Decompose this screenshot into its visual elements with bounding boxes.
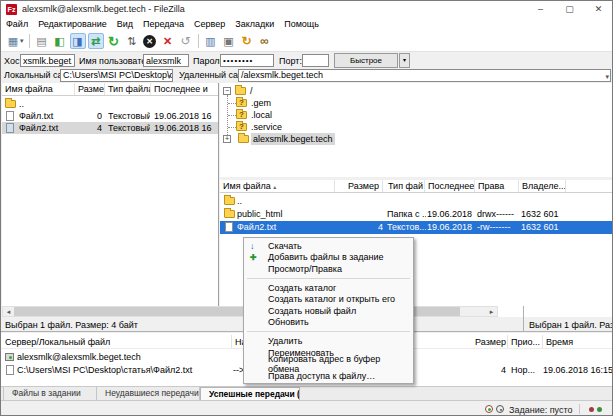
- filter-icon[interactable]: ▥: [203, 33, 219, 49]
- menu-item-create-directory[interactable]: Создать каталог: [244, 282, 413, 294]
- title-bar: Fz alexsmlk@alexsmlk.beget.tech - FileZi…: [1, 1, 612, 18]
- tree-expand-icon[interactable]: +: [223, 135, 231, 143]
- remote-col-perms[interactable]: Права: [475, 180, 519, 192]
- sync-browse-icon[interactable]: ↻: [239, 33, 255, 49]
- menu-item-view-edit[interactable]: Просмотр/Правка: [244, 263, 413, 275]
- remote-col-size[interactable]: Размер: [335, 180, 383, 192]
- menu-edit[interactable]: Редактирование: [33, 18, 112, 31]
- remote-row-name: Файл2.txt: [237, 221, 332, 234]
- disconnect-icon[interactable]: ✕: [160, 33, 176, 49]
- cancel-icon[interactable]: ✕: [142, 33, 158, 49]
- remote-row-folder[interactable]: public_html Папка с ... 19.06.2018 ... d…: [220, 208, 613, 220]
- local-row-size: 4: [75, 122, 102, 134]
- menu-item-create-directory-enter[interactable]: Создать каталог и открыть его: [244, 293, 413, 305]
- local-row-file-selected[interactable]: Файл2.txt 4 Текстовый ... 19.06.2018 16: [2, 122, 218, 134]
- password-input[interactable]: [220, 54, 274, 67]
- tree-item-label: alexsmlk.beget.tech: [251, 133, 335, 145]
- queue-col-size[interactable]: Размер: [459, 336, 506, 348]
- local-row-file[interactable]: Файл.txt 0 Текстовый ... 19.06.2018 16: [2, 110, 218, 122]
- local-site-combo-arrow-icon[interactable]: ▾: [167, 71, 171, 82]
- menu-server[interactable]: Сервер: [189, 18, 230, 31]
- tree-item-label: .gem: [249, 97, 273, 109]
- close-button[interactable]: ✕: [584, 1, 613, 18]
- maximize-button[interactable]: ▢: [555, 1, 584, 18]
- remote-site-combo[interactable]: /alexsmlk.beget.tech ▾: [238, 69, 611, 82]
- toggle-log-icon[interactable]: ▤: [34, 33, 50, 49]
- local-col-size[interactable]: Размер: [75, 83, 105, 95]
- queue-direction: -->: [233, 364, 243, 376]
- local-col-type[interactable]: Тип файла: [105, 83, 151, 95]
- remote-row-name: public_html: [237, 208, 332, 220]
- local-row-modified: 19.06.2018 16: [154, 122, 216, 134]
- file-icon: [225, 222, 233, 232]
- menu-bookmarks[interactable]: Закладки: [230, 18, 279, 31]
- tree-item-local[interactable]: ? .local: [220, 109, 613, 121]
- local-row-parent[interactable]: ..: [2, 98, 218, 110]
- host-input[interactable]: [20, 54, 75, 67]
- username-input[interactable]: [143, 54, 189, 67]
- folder-icon: [235, 87, 246, 95]
- remote-col-owner[interactable]: Владеле...: [519, 180, 566, 192]
- remote-col-type[interactable]: Тип фай: [385, 180, 425, 192]
- menu-item-label: Создать новый файл: [268, 306, 356, 316]
- refresh-icon[interactable]: ↻: [106, 33, 122, 49]
- menu-item-label: Удалить: [268, 336, 302, 346]
- remote-site-combo-arrow-icon[interactable]: ▾: [605, 71, 609, 82]
- remote-row-modified: 19.06.2018 ...: [427, 208, 475, 220]
- menu-item-delete[interactable]: Удалить: [244, 335, 413, 347]
- process-queue-icon[interactable]: ⇅: [124, 33, 140, 49]
- local-site-combo[interactable]: C:\Users\MSI PC\Desktop\статья\ ▾: [60, 69, 173, 82]
- tree-item-root[interactable]: − /: [220, 85, 613, 97]
- menu-file[interactable]: Файл: [1, 18, 33, 31]
- menu-item-copy-url[interactable]: Копировать адрес в буфер обмена: [244, 358, 413, 370]
- cancel-x-glyph: ✕: [143, 35, 156, 48]
- remote-col-name[interactable]: Имя файла ▴: [220, 180, 335, 192]
- port-input[interactable]: [302, 54, 329, 67]
- tree-item-gem[interactable]: ? .gem: [220, 97, 613, 109]
- scroll-right-icon[interactable]: ▸: [486, 307, 497, 316]
- remote-row-name: ..: [237, 195, 332, 207]
- menu-item-label: Создать каталог и открыть его: [268, 294, 395, 304]
- menu-item-download[interactable]: ↓ Скачать: [244, 240, 413, 252]
- menu-item-file-permissions[interactable]: Права доступа к файлу…: [244, 370, 413, 382]
- menu-item-create-file[interactable]: Создать новый файл: [244, 305, 413, 317]
- remote-row-file-selected[interactable]: Файл2.txt 4 Текстов... 19.06.2018 ... -r…: [220, 221, 613, 234]
- site-manager-dropdown-icon[interactable]: ▾: [20, 37, 24, 45]
- tab-failed-transfers[interactable]: Неудавшиеся передачи: [97, 387, 200, 401]
- find-files-icon[interactable]: ∞: [257, 33, 273, 49]
- scroll-left-icon[interactable]: ◂: [3, 307, 14, 316]
- tab-queued-files[interactable]: Файлы в задании: [3, 387, 97, 401]
- site-manager-icon[interactable]: ▦: [5, 33, 21, 49]
- menu-help[interactable]: Помощь: [279, 18, 324, 31]
- toggle-queue-icon[interactable]: ⇄: [88, 33, 104, 49]
- queue-header-separator: [542, 335, 543, 348]
- queue-header-separator: [507, 335, 508, 348]
- local-col-name[interactable]: Имя файла: [2, 83, 75, 95]
- minimize-button[interactable]: –: [526, 1, 555, 18]
- tree-item-service[interactable]: ? .service: [220, 121, 613, 133]
- notification-bell-icon[interactable]: [485, 405, 493, 413]
- menu-item-refresh[interactable]: Обновить: [244, 317, 413, 329]
- remote-row-parent[interactable]: ..: [220, 195, 613, 207]
- reconnect-icon[interactable]: ↺: [178, 33, 194, 49]
- compare-icon[interactable]: ▣: [221, 33, 237, 49]
- remote-row-owner: 1632 601: [521, 208, 566, 220]
- tree-item-site-selected[interactable]: + alexsmlk.beget.tech: [220, 133, 613, 145]
- queue-status-label: Задание: пусто: [509, 405, 573, 415]
- menu-transfer[interactable]: Передача: [138, 18, 189, 31]
- menu-item-add-to-queue[interactable]: ✚ Добавить файлы в задание: [244, 252, 413, 264]
- remote-col-modified[interactable]: Последнее...: [425, 180, 475, 192]
- queue-col-file[interactable]: Сервер/Локальный файл: [5, 336, 227, 348]
- tab-successful-transfers[interactable]: Успешные передачи (1): [200, 387, 300, 401]
- toggle-remote-tree-icon[interactable]: ◨: [70, 33, 86, 49]
- quickconnect-dropdown-button[interactable]: ▾: [399, 53, 410, 68]
- toggle-local-tree-icon[interactable]: ◧: [52, 33, 68, 49]
- speed-limit-icon[interactable]: [496, 405, 504, 413]
- queue-col-time[interactable]: Время: [546, 336, 606, 348]
- menu-view[interactable]: Вид: [112, 18, 138, 31]
- queue-col-priority[interactable]: Прио...: [511, 336, 541, 348]
- remote-row-owner: 1632 601: [521, 221, 566, 234]
- tree-collapse-icon[interactable]: −: [223, 87, 231, 95]
- quickconnect-button[interactable]: Быстрое соединение: [334, 53, 398, 68]
- local-col-modified[interactable]: Последнее и: [151, 83, 219, 95]
